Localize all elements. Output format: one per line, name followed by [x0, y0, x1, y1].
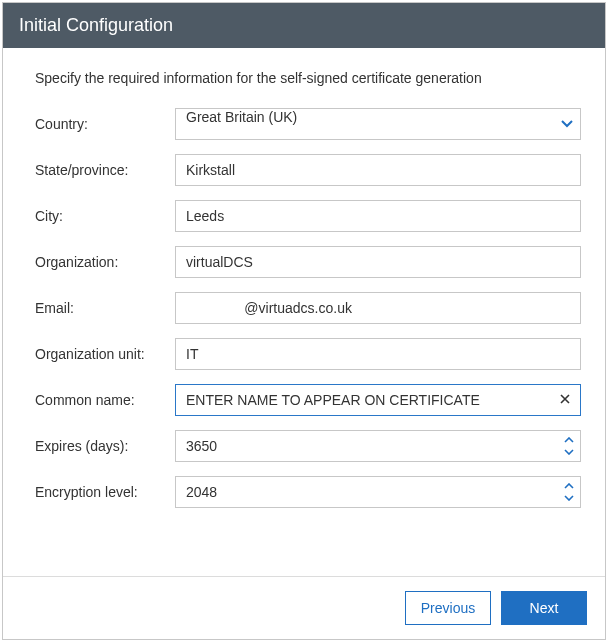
next-button-label: Next: [530, 600, 559, 616]
label-common-name: Common name:: [27, 392, 175, 408]
expires-input[interactable]: [175, 430, 581, 462]
initial-configuration-dialog: Initial Configuration Specify the requir…: [2, 2, 606, 640]
previous-button[interactable]: Previous: [405, 591, 491, 625]
label-country: Country:: [27, 116, 175, 132]
row-common-name: Common name:: [27, 384, 581, 416]
label-encryption: Encryption level:: [27, 484, 175, 500]
common-name-input[interactable]: [175, 384, 581, 416]
chevron-up-icon[interactable]: [561, 434, 577, 446]
row-organization: Organization:: [27, 246, 581, 278]
chevron-up-icon[interactable]: [561, 480, 577, 492]
encryption-input[interactable]: [175, 476, 581, 508]
label-city: City:: [27, 208, 175, 224]
label-organization: Organization:: [27, 254, 175, 270]
encryption-spinner: [561, 478, 577, 506]
dialog-title: Initial Configuration: [19, 15, 173, 35]
dialog-body: Specify the required information for the…: [3, 48, 605, 576]
row-expires: Expires (days):: [27, 430, 581, 462]
row-encryption: Encryption level:: [27, 476, 581, 508]
clear-icon[interactable]: [557, 390, 573, 410]
organization-input[interactable]: [175, 246, 581, 278]
city-input[interactable]: [175, 200, 581, 232]
expires-spinner: [561, 432, 577, 460]
dialog-header: Initial Configuration: [3, 3, 605, 48]
label-state: State/province:: [27, 162, 175, 178]
instruction-text: Specify the required information for the…: [27, 70, 581, 86]
label-org-unit: Organization unit:: [27, 346, 175, 362]
row-org-unit: Organization unit:: [27, 338, 581, 370]
previous-button-label: Previous: [421, 600, 475, 616]
row-state: State/province:: [27, 154, 581, 186]
chevron-down-icon[interactable]: [561, 446, 577, 458]
state-input[interactable]: [175, 154, 581, 186]
country-selected-value: Great Britain (UK): [186, 109, 297, 125]
row-city: City:: [27, 200, 581, 232]
org-unit-input[interactable]: [175, 338, 581, 370]
row-country: Country: Great Britain (UK): [27, 108, 581, 140]
email-input[interactable]: [175, 292, 581, 324]
chevron-down-icon[interactable]: [561, 492, 577, 504]
label-expires: Expires (days):: [27, 438, 175, 454]
label-email: Email:: [27, 300, 175, 316]
country-select[interactable]: Great Britain (UK): [175, 108, 581, 140]
row-email: Email:: [27, 292, 581, 324]
next-button[interactable]: Next: [501, 591, 587, 625]
dialog-footer: Previous Next: [3, 576, 605, 639]
